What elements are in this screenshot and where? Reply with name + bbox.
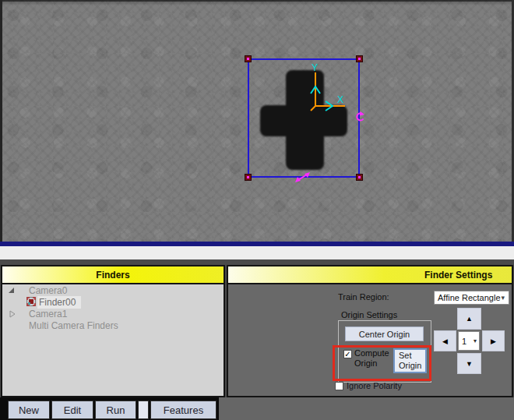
ignore-polarity-label[interactable]: Ignore Polarity	[347, 381, 402, 390]
train-region-label: Train Region:	[338, 292, 389, 302]
region-corner-handle[interactable]	[356, 174, 363, 181]
chevron-down-icon: ▾	[501, 294, 505, 302]
region-rotate-handle[interactable]	[354, 111, 365, 123]
origin-settings-label: Origin Settings	[341, 310, 397, 319]
expander-expanded-icon[interactable]	[9, 288, 14, 293]
center-origin-button[interactable]: Center Origin	[345, 326, 424, 341]
tree-item-camera1[interactable]: Camera1	[2, 309, 224, 319]
tree-item-finder00[interactable]: Finder00	[2, 297, 224, 308]
finders-panel-header: Finders	[2, 266, 224, 284]
ignore-polarity-checkbox[interactable]	[335, 382, 343, 390]
settings-panel-title: Finder Settings	[228, 270, 492, 281]
chevron-down-icon: ▾	[474, 337, 477, 344]
region-corner-handle[interactable]	[356, 55, 363, 62]
expander-collapsed-icon[interactable]	[9, 310, 16, 318]
left-triangle-icon: ◀	[442, 337, 448, 345]
set-origin-button[interactable]: Set Origin	[393, 348, 427, 373]
camera-image-view[interactable]: Y X	[0, 0, 514, 242]
run-button[interactable]: Run	[95, 401, 136, 419]
horizontal-scrollbar[interactable]	[0, 246, 514, 259]
features-button[interactable]: Features	[150, 401, 217, 419]
compute-origin-label[interactable]: Compute Origin	[354, 348, 393, 369]
tree-item-multi-camera-finders[interactable]: Multi Camera Finders	[2, 320, 224, 331]
tree-item-camera0[interactable]: Camera0	[2, 285, 224, 296]
finders-tree: Camera0 Finder00 Camera1 Multi Camera Fi…	[2, 284, 224, 331]
train-region-dropdown[interactable]: Affine Rectangle ▾	[434, 291, 509, 305]
new-button[interactable]: New	[8, 401, 50, 419]
finders-panel: Finders Camera0 Finder00 Camera1 Multi C…	[1, 265, 225, 397]
nudge-left-button[interactable]: ◀	[434, 330, 456, 351]
down-triangle-icon: ▼	[466, 360, 473, 368]
right-triangle-icon: ▶	[491, 337, 496, 345]
region-skew-handle[interactable]	[295, 172, 310, 182]
toolbar-splitter-button[interactable]	[138, 401, 149, 419]
nudge-up-button[interactable]: ▲	[457, 308, 481, 330]
finders-panel-title: Finders	[96, 270, 129, 281]
y-axis-label: Y	[312, 62, 318, 73]
nudge-down-button[interactable]: ▼	[457, 353, 481, 374]
tree-item-finder00-label[interactable]: Finder00	[37, 296, 81, 309]
finder-icon	[26, 297, 36, 306]
bottom-toolbar: New Edit Run Features	[0, 397, 514, 420]
finder-settings-panel: Finder Settings Train Region: Affine Rec…	[227, 265, 513, 397]
x-axis-label: X	[337, 94, 343, 105]
origin-axes-overlay[interactable]: Y X	[303, 62, 353, 112]
up-triangle-icon: ▲	[466, 315, 473, 323]
step-size-dropdown[interactable]: 1 ▾	[458, 331, 480, 351]
compute-origin-checkbox[interactable]: ✓	[343, 350, 352, 358]
settings-panel-header: Finder Settings	[228, 266, 512, 284]
region-corner-handle[interactable]	[245, 55, 252, 62]
panel-gap	[0, 259, 514, 265]
region-corner-handle[interactable]	[245, 174, 252, 181]
edit-button[interactable]: Edit	[51, 401, 93, 419]
nudge-right-button[interactable]: ▶	[482, 330, 505, 351]
